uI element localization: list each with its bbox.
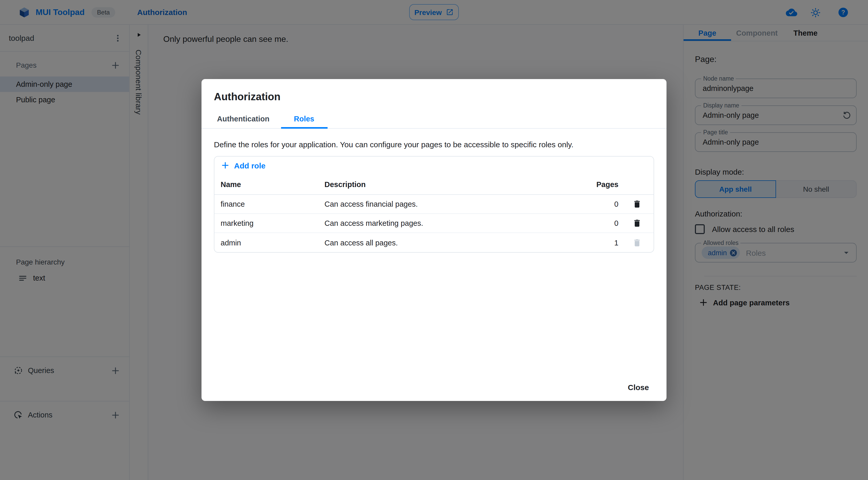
role-pages-count: 0 bbox=[579, 200, 621, 208]
dialog-tabs: Authentication Roles bbox=[202, 110, 666, 129]
add-role-button[interactable]: Add role bbox=[221, 161, 266, 170]
delete-role-button[interactable] bbox=[629, 215, 645, 231]
column-header-name: Name bbox=[214, 180, 318, 188]
authorization-dialog: Authorization Authentication Roles Defin… bbox=[202, 79, 666, 401]
role-pages-count: 1 bbox=[579, 238, 621, 247]
table-row: marketing Can access marketing pages. 0 bbox=[214, 214, 654, 233]
roles-description: Define the roles for your application. Y… bbox=[214, 140, 654, 149]
trash-icon bbox=[632, 200, 642, 209]
roles-table: Add role Name Description Pages finance … bbox=[214, 156, 654, 253]
plus-icon bbox=[221, 161, 229, 170]
role-description: Can access marketing pages. bbox=[318, 219, 579, 227]
role-name: finance bbox=[214, 200, 318, 208]
add-role-label: Add role bbox=[234, 161, 266, 170]
role-description: Can access financial pages. bbox=[318, 200, 579, 208]
delete-role-button[interactable] bbox=[629, 196, 645, 212]
roles-table-toolbar: Add role bbox=[214, 156, 654, 174]
trash-icon bbox=[632, 218, 642, 228]
role-name: marketing bbox=[214, 219, 318, 227]
delete-role-button-disabled bbox=[629, 235, 645, 250]
trash-icon bbox=[632, 238, 642, 247]
column-header-description: Description bbox=[318, 180, 579, 188]
table-row: admin Can access all pages. 1 bbox=[214, 233, 654, 252]
close-button[interactable]: Close bbox=[623, 380, 654, 395]
tab-authentication[interactable]: Authentication bbox=[206, 110, 281, 128]
roles-table-header: Name Description Pages bbox=[214, 174, 654, 195]
tab-roles[interactable]: Roles bbox=[281, 110, 327, 128]
table-row: finance Can access financial pages. 0 bbox=[214, 195, 654, 214]
role-name: admin bbox=[214, 238, 318, 247]
role-description: Can access all pages. bbox=[318, 238, 579, 247]
column-header-pages: Pages bbox=[579, 180, 621, 188]
dialog-title: Authorization bbox=[202, 79, 666, 103]
toolpad-editor: MUI Toolpad Beta Authorization Preview bbox=[0, 0, 868, 480]
role-pages-count: 0 bbox=[579, 219, 621, 227]
